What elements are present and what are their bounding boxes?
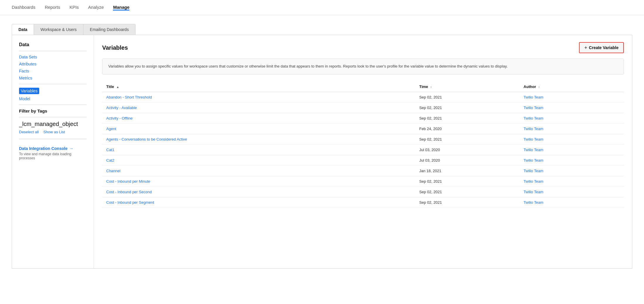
filter-by-tags-title: Filter by Tags [19, 108, 87, 113]
main-container: DataWorkspace & UsersEmailing Dashboards… [0, 15, 644, 277]
variable-author-link[interactable]: Twilio Team [524, 158, 544, 163]
variable-author-link[interactable]: Twilio Team [524, 200, 544, 205]
col-header-title[interactable]: Title ▲ [102, 82, 415, 92]
nav-item-analyze[interactable]: Analyze [88, 5, 104, 10]
create-variable-button[interactable]: + Create Variable [579, 42, 624, 53]
table-row: Cat2Jul 03, 2020Twilio Team [102, 155, 624, 165]
variables-links-container: VariablesModel [19, 88, 87, 101]
time-sort-icon: ↕ [430, 85, 432, 89]
variable-time: Jul 03, 2020 [415, 144, 519, 155]
table-row: Agents - Conversations to be Considered … [102, 134, 624, 144]
variables-section-title: Variables [102, 44, 128, 51]
sidebar-divider-2 [19, 84, 87, 84]
sidebar-link-facts[interactable]: Facts [19, 69, 87, 73]
variable-time: Sep 02, 2021 [415, 92, 519, 102]
info-box-text: Variables allow you to assign specific v… [108, 64, 508, 68]
data-integration-section: Data Integration Console → To view and m… [19, 146, 87, 160]
variable-time: Jul 03, 2020 [415, 155, 519, 165]
variable-time: Sep 02, 2021 [415, 134, 519, 144]
variable-time: Sep 02, 2021 [415, 176, 519, 186]
nav-item-reports[interactable]: Reports [45, 5, 60, 10]
top-navigation: DashboardsReportsKPIsAnalyzeManage [0, 0, 644, 15]
deselect-all-link[interactable]: Deselect all [19, 130, 39, 134]
table-row: Cat1Jul 03, 2020Twilio Team [102, 144, 624, 155]
create-variable-label: Create Variable [589, 45, 619, 50]
variable-time: Jan 18, 2021 [415, 165, 519, 176]
table-header-row: Title ▲ Time ↕ Author ↕ [102, 82, 624, 92]
sidebar-divider-1 [19, 51, 87, 51]
variable-time: Sep 02, 2021 [415, 102, 519, 113]
variable-author-link[interactable]: Twilio Team [524, 106, 544, 110]
data-section-title: Data [19, 42, 87, 47]
variable-author-link[interactable]: Twilio Team [524, 137, 544, 141]
sidebar-divider-5 [19, 139, 87, 139]
variable-time: Sep 02, 2021 [415, 186, 519, 197]
variables-table: Title ▲ Time ↕ Author ↕ Aban [102, 82, 624, 208]
variable-title-link[interactable]: Cost - Inbound per Second [106, 190, 152, 194]
main-header: Variables + Create Variable [102, 42, 624, 53]
table-row: Cost - Inbound per SegmentSep 02, 2021Tw… [102, 197, 624, 208]
data-integration-description: To view and manage data loading processe… [19, 152, 87, 160]
variable-author-link[interactable]: Twilio Team [524, 95, 544, 99]
author-sort-icon: ↕ [538, 85, 540, 89]
sidebar-divider-4 [19, 117, 87, 117]
tab-emailing-dashboards[interactable]: Emailing Dashboards [83, 24, 135, 35]
table-header: Title ▲ Time ↕ Author ↕ [102, 82, 624, 92]
plus-icon: + [584, 45, 587, 50]
data-integration-label: Data Integration Console [19, 146, 68, 151]
data-integration-link[interactable]: Data Integration Console → [19, 146, 87, 151]
table-row: Abandon - Short ThresholdSep 02, 2021Twi… [102, 92, 624, 102]
sidebar-divider-3 [19, 105, 87, 105]
nav-item-manage[interactable]: Manage [113, 5, 129, 11]
table-row: ChannelJan 18, 2021Twilio Team [102, 165, 624, 176]
table-row: Activity - AvailableSep 02, 2021Twilio T… [102, 102, 624, 113]
tab-data[interactable]: Data [12, 24, 34, 35]
title-sort-icon: ▲ [116, 85, 119, 89]
variable-author-link[interactable]: Twilio Team [524, 179, 544, 184]
variable-author-link[interactable]: Twilio Team [524, 127, 544, 131]
col-header-author[interactable]: Author ↕ [520, 82, 624, 92]
main-area: Variables + Create Variable Variables al… [94, 35, 632, 268]
nav-item-dashboards[interactable]: Dashboards [12, 5, 35, 10]
variable-author-link[interactable]: Twilio Team [524, 116, 544, 120]
variable-title-link[interactable]: Activity - Offline [106, 116, 133, 120]
variable-title-link[interactable]: Agent [106, 127, 116, 131]
variable-title-link[interactable]: Channel [106, 169, 120, 173]
variable-title-link[interactable]: Cat2 [106, 158, 114, 163]
variables-info-box: Variables allow you to assign specific v… [102, 58, 624, 75]
tag-value: _lcm_managed_object [19, 121, 87, 127]
sidebar-link-attributes[interactable]: Attributes [19, 62, 87, 66]
sidebar-link-data-sets[interactable]: Data Sets [19, 55, 87, 59]
nav-item-kpis[interactable]: KPIs [69, 5, 79, 10]
variable-title-link[interactable]: Cost - Inbound per Minute [106, 179, 150, 184]
sidebar-link-model[interactable]: Model [19, 96, 87, 101]
variable-time: Feb 24, 2020 [415, 123, 519, 134]
variable-title-link[interactable]: Abandon - Short Threshold [106, 95, 152, 99]
sidebar: Data Data SetsAttributesFactsMetrics Var… [12, 35, 94, 268]
tab-bar: DataWorkspace & UsersEmailing Dashboards [12, 24, 136, 35]
variable-time: Sep 02, 2021 [415, 197, 519, 208]
col-header-time[interactable]: Time ↕ [415, 82, 519, 92]
table-row: AgentFeb 24, 2020Twilio Team [102, 123, 624, 134]
tag-action-links: Deselect all Show as List [19, 130, 87, 134]
variables-table-body: Abandon - Short ThresholdSep 02, 2021Twi… [102, 92, 624, 208]
variable-author-link[interactable]: Twilio Team [524, 148, 544, 152]
variable-title-link[interactable]: Cost - Inbound per Segment [106, 200, 154, 205]
variable-author-link[interactable]: Twilio Team [524, 169, 544, 173]
variable-time: Sep 02, 2021 [415, 113, 519, 123]
variable-title-link[interactable]: Cat1 [106, 148, 114, 152]
table-row: Cost - Inbound per SecondSep 02, 2021Twi… [102, 186, 624, 197]
sidebar-link-variables[interactable]: Variables [19, 88, 39, 94]
table-row: Cost - Inbound per MinuteSep 02, 2021Twi… [102, 176, 624, 186]
data-links-container: Data SetsAttributesFactsMetrics [19, 55, 87, 80]
content-panel: Data Data SetsAttributesFactsMetrics Var… [12, 35, 632, 269]
variable-title-link[interactable]: Agents - Conversations to be Considered … [106, 137, 187, 141]
show-as-list-link[interactable]: Show as List [43, 130, 65, 134]
sidebar-link-metrics[interactable]: Metrics [19, 76, 87, 80]
arrow-icon: → [69, 146, 73, 151]
table-row: Activity - OfflineSep 02, 2021Twilio Tea… [102, 113, 624, 123]
variable-title-link[interactable]: Activity - Available [106, 106, 137, 110]
variable-author-link[interactable]: Twilio Team [524, 190, 544, 194]
tab-workspace-users[interactable]: Workspace & Users [34, 24, 83, 35]
